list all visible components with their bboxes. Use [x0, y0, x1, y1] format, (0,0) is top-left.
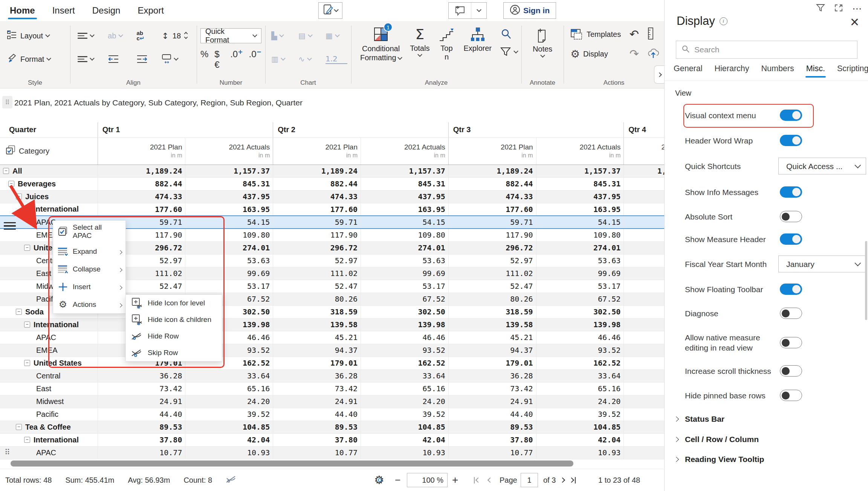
value-cell[interactable]: 39.52 [185, 408, 273, 421]
panel-tab-scripting[interactable]: Scripting [837, 64, 868, 73]
value-cell[interactable]: 37.80 [624, 433, 664, 446]
sign-in-button[interactable]: Sign in [503, 2, 556, 19]
value-cell[interactable]: 24.91 [624, 395, 664, 408]
waterfall-chart-button[interactable]: ▤ [298, 31, 320, 40]
row-label[interactable]: International [34, 320, 79, 329]
value-cell[interactable]: 296.72 [624, 241, 664, 254]
value-cell[interactable]: 1,189.24 [624, 165, 664, 177]
row-header-cell[interactable]: APAC [0, 331, 98, 344]
collapse-icon[interactable]: − [16, 309, 22, 315]
value-cell[interactable]: 882.44 [98, 177, 185, 190]
value-cell[interactable]: 474.33 [273, 190, 361, 203]
value-cell[interactable]: 46.46 [536, 331, 624, 344]
toggle-show-floating-toolbar[interactable] [780, 284, 802, 295]
value-cell[interactable]: 37.80 [448, 433, 536, 446]
value-cell[interactable]: 73.42 [98, 382, 185, 395]
ribbon-expand-button[interactable] [654, 66, 664, 84]
line-chart-button[interactable]: ∿ [298, 55, 320, 64]
row-label[interactable]: APAC [36, 448, 56, 457]
value-cell[interactable]: 302.50 [361, 305, 449, 318]
table-row[interactable]: Midwest24.9124.2024.9124.2024.9124.2024.… [0, 395, 664, 408]
value-cell[interactable]: 94.37 [448, 344, 536, 357]
quarter-header[interactable]: Qtr 4 [624, 122, 664, 137]
ribbon-tab-design[interactable]: Design [92, 5, 121, 16]
table-row[interactable]: −International139.58139.98139.58139.9813… [0, 318, 664, 331]
row-header-cell[interactable]: EMEA [0, 344, 98, 357]
value-cell[interactable]: 93.52 [536, 344, 624, 357]
zoom-level[interactable]: 100 % [407, 473, 448, 487]
value-cell[interactable]: 318.59 [273, 305, 361, 318]
menu-item-actions[interactable]: ⚙Actions [53, 296, 125, 313]
value-cell[interactable]: 44.40 [98, 408, 185, 421]
value-cell[interactable]: 99.69 [536, 267, 624, 280]
row-header-cell[interactable]: −Juices [0, 190, 98, 203]
value-cell[interactable]: 59.71 [273, 216, 361, 229]
panel-search-box[interactable] [676, 41, 857, 59]
display-settings-button[interactable]: ⚙ Display [570, 48, 622, 60]
value-cell[interactable]: 36.28 [448, 369, 536, 382]
value-cell[interactable]: 474.33 [448, 190, 536, 203]
collapsed-section-reading-view-tooltip[interactable]: Reading View Tooltip [665, 451, 868, 467]
ribbon-tab-insert[interactable]: Insert [52, 5, 75, 16]
toggle-hide-pinned-base-rows[interactable] [780, 390, 802, 401]
value-cell[interactable]: 46.46 [361, 331, 449, 344]
value-cell[interactable]: 59.71 [624, 216, 664, 229]
panel-tab-misc[interactable]: Misc. [806, 64, 825, 73]
quick-format-dropdown[interactable]: Quick Format [200, 28, 261, 43]
collapse-icon[interactable]: − [24, 322, 30, 328]
value-cell[interactable]: 10.93 [361, 446, 449, 459]
submenu-item-hide-row[interactable]: Hide Row [126, 328, 222, 345]
value-cell[interactable]: 80.26 [624, 293, 664, 305]
stepper[interactable] [185, 32, 187, 40]
value-cell[interactable]: 42.04 [185, 433, 273, 446]
zoom-in-button[interactable]: + [452, 469, 458, 491]
value-cell[interactable]: 845.31 [185, 177, 273, 190]
value-cell[interactable]: 73.42 [448, 382, 536, 395]
column-width-button[interactable]: ↔ [162, 54, 193, 64]
value-cell[interactable]: 36.28 [273, 369, 361, 382]
value-cell[interactable]: 94.37 [273, 344, 361, 357]
submenu-item-skip-row[interactable]: Skip Row [126, 345, 222, 361]
value-cell[interactable]: 45.21 [624, 331, 664, 344]
small-multiples-button[interactable]: ▦ [326, 31, 347, 40]
value-cell[interactable]: 882.44 [448, 177, 536, 190]
dropdown-quick-shortcuts[interactable]: Quick Access ... [778, 158, 866, 175]
value-cell[interactable]: 53.63 [185, 254, 273, 267]
value-cell[interactable]: 302.50 [536, 305, 624, 318]
value-cell[interactable]: 24.20 [185, 395, 273, 408]
quarter-header[interactable]: Qtr 3 [448, 122, 624, 137]
value-cell[interactable]: 44.40 [448, 408, 536, 421]
toggle-show-measure-header[interactable] [780, 233, 802, 245]
value-cell[interactable]: 10.93 [536, 446, 624, 459]
value-cell[interactable]: 80.26 [448, 293, 536, 305]
value-cell[interactable]: 52.47 [273, 280, 361, 293]
row-header-cell[interactable]: Central [0, 369, 98, 382]
value-cell[interactable]: 104.85 [185, 421, 273, 433]
collapse-icon[interactable]: − [3, 168, 9, 174]
value-cell[interactable]: 437.95 [536, 190, 624, 203]
value-cell[interactable]: 45.21 [273, 331, 361, 344]
value-cell[interactable]: 179.01 [624, 357, 664, 369]
value-cell[interactable]: 179.01 [448, 357, 536, 369]
value-cell[interactable]: 162.52 [536, 357, 624, 369]
measure-header[interactable]: 2021 Actualsin m [536, 137, 624, 165]
collapse-icon[interactable]: − [8, 181, 14, 187]
table-chart-button[interactable]: ▥ [271, 55, 293, 64]
row-label[interactable]: International [34, 436, 79, 444]
value-cell[interactable]: 162.52 [361, 357, 449, 369]
value-cell[interactable]: 1,157.37 [361, 165, 449, 177]
value-cell[interactable]: 1,157.37 [536, 165, 624, 177]
number-format-button[interactable]: $€ [214, 49, 224, 70]
filter-icon[interactable] [816, 4, 825, 14]
horizontal-scrollbar[interactable] [0, 460, 664, 467]
collapse-icon[interactable]: − [16, 194, 22, 200]
row-drag-handle-icon[interactable] [4, 222, 16, 230]
value-cell[interactable]: 139.58 [624, 318, 664, 331]
value-cell[interactable]: 36.28 [98, 369, 185, 382]
top-n-button[interactable]: Top n [438, 26, 455, 61]
value-cell[interactable]: 89.53 [273, 421, 361, 433]
edit-mode-button[interactable] [318, 2, 342, 19]
row-label[interactable]: All [12, 167, 22, 175]
value-cell[interactable]: 163.95 [536, 203, 624, 216]
panel-scrollbar-thumb[interactable] [865, 241, 867, 320]
